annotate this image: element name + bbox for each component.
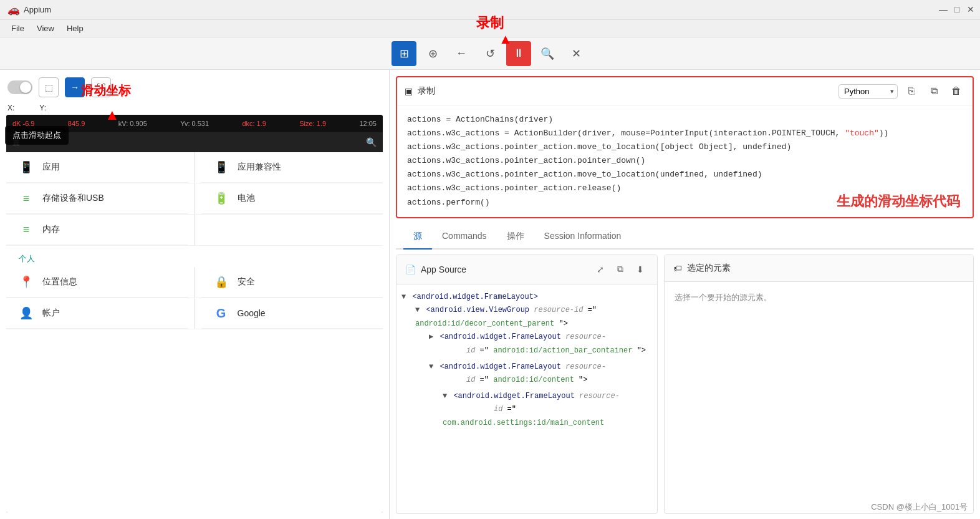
download-source-button[interactable]: ⬇ (632, 261, 648, 278)
code-line-6: actions.w3c_actions.pointer_action.relea… (407, 182, 963, 195)
google-label: Google (238, 308, 266, 318)
settings-item-compat[interactable]: 📱 应用兼容性 (201, 152, 383, 183)
app-source-header: 📄 App Source ⤢ ⧉ ⬇ (396, 255, 657, 284)
minimize-button[interactable]: — (939, 5, 948, 14)
device-controls: ⬚ → ⛶ (0, 70, 389, 101)
recording-actions: Python Java JavaScript Ruby C# ⎘ ⧉ 🗑 (838, 82, 965, 100)
divider-5 (195, 298, 195, 329)
device-search-icon[interactable]: 🔍 (366, 137, 377, 147)
tree-node-framelayout-actionbar[interactable]: ▶ <android.widget.FrameLayout resource- … (401, 331, 652, 357)
tree-arrow-1[interactable]: ▼ (401, 293, 406, 301)
settings-row-1: 📱 应用 📱 应用兼容性 (6, 152, 383, 183)
settings-row-5: 👤 帐户 G Google (6, 298, 383, 329)
close-toolbar-button[interactable]: ✕ (564, 41, 588, 66)
xy-coordinates: X: Y: (0, 101, 389, 115)
select-button[interactable]: ⬚ (39, 77, 59, 97)
tree-tag-1: <android.widget.FrameLayout> (412, 293, 538, 301)
selected-panel-icon: 🏷 (673, 263, 682, 273)
recording-icon: ▣ (405, 86, 413, 96)
copy-to-clipboard-button[interactable]: ⎘ (903, 82, 920, 100)
globe-button[interactable]: ⊕ (420, 41, 445, 66)
language-select[interactable]: Python Java JavaScript Ruby C# (838, 84, 898, 99)
code-line-7: actions.perform() (407, 196, 963, 210)
settings-item-accounts[interactable]: 👤 帐户 (6, 298, 188, 329)
click-start-tooltip: 点击滑动起点 (5, 126, 69, 145)
recording-area: ▣ 录制 Python Java JavaScript Ruby C# ⎘ (396, 76, 974, 218)
toggle-knob (20, 82, 31, 93)
settings-item-security[interactable]: 🔒 安全 (201, 267, 383, 298)
toggle-switch[interactable] (7, 80, 32, 94)
tree-arrow-4[interactable]: ▼ (429, 362, 433, 371)
language-selector-wrapper: Python Java JavaScript Ruby C# (838, 84, 898, 99)
tree-attr-close-2: "> (559, 319, 567, 328)
tree-attr-name-3: resource- (565, 332, 606, 341)
tree-arrow-2[interactable]: ▼ (415, 306, 420, 314)
copy-source-button[interactable]: ⧉ (612, 261, 628, 278)
maximize-button[interactable]: □ (953, 5, 961, 14)
tree-attr-name-4b: id =" android:id/content "> (429, 376, 587, 384)
settings-item-apps[interactable]: 📱 应用 (6, 152, 188, 183)
compat-label: 应用兼容性 (238, 162, 281, 173)
expand-button[interactable]: ⛶ (91, 77, 111, 97)
device-content: 📱 应用 📱 应用兼容性 (6, 152, 383, 513)
tab-actions[interactable]: 操作 (497, 225, 534, 250)
code-line-4: actions.w3c_actions.pointer_action.point… (407, 154, 963, 168)
device-screen[interactable]: dK -6.9 845.9 kV: 0.905 Yv: 0.531 dkc: 1… (6, 115, 383, 513)
pause-button[interactable]: ⏸ (506, 41, 531, 66)
tree-arrow-5[interactable]: ▼ (443, 392, 447, 400)
tree-attr-name-5: resource- (579, 392, 620, 400)
tree-node-framelayout-content[interactable]: ▼ <android.widget.FrameLayout resource- … (401, 361, 652, 387)
settings-item-location[interactable]: 📍 位置信息 (6, 267, 188, 298)
tree-arrow-3[interactable]: ▶ (429, 332, 433, 341)
accounts-label: 帐户 (42, 308, 60, 319)
tab-session-info[interactable]: Session Information (534, 225, 632, 250)
close-button[interactable]: ✕ (966, 5, 975, 14)
menu-file[interactable]: File (5, 22, 31, 34)
bottom-panels: 📄 App Source ⤢ ⧉ ⬇ ▼ <android.widget.Fra… (396, 255, 974, 519)
code-line-3: actions.w3c_actions.pointer_action.move_… (407, 140, 963, 154)
tab-commands[interactable]: Commands (432, 225, 497, 250)
section-personal: 个人 (6, 246, 383, 267)
search-button[interactable]: 🔍 (535, 41, 560, 66)
back-button[interactable]: ← (449, 41, 474, 66)
storage-label: 存储设备和USB (42, 193, 104, 204)
pointer-button[interactable]: → (65, 77, 85, 97)
memory-icon: ≡ (19, 222, 34, 237)
recording-label: 录制 (418, 85, 435, 97)
watermark: CSDN @楼上小白_1001号 (871, 502, 968, 513)
menu-help[interactable]: Help (60, 22, 90, 34)
grid-button[interactable]: ⊞ (392, 41, 416, 66)
refresh-button[interactable]: ↺ (478, 41, 502, 66)
status-center: 845.9 (68, 120, 85, 127)
settings-item-storage[interactable]: ≡ 存储设备和USB (6, 183, 188, 214)
app-source-panel: 📄 App Source ⤢ ⧉ ⬇ ▼ <android.widget.Fra… (396, 255, 658, 514)
tree-tag-5: <android.widget.FrameLayout (453, 392, 574, 400)
code-editor: actions = ActionChains(driver) actions.w… (397, 105, 973, 217)
tree-attr-close-3: "> (637, 346, 646, 355)
tree-node-framelayout-maincontent[interactable]: ▼ <android.widget.FrameLayout resource- … (401, 390, 652, 430)
title-bar: 🚗 Appium — □ ✕ (0, 0, 980, 20)
tree-node-framelayout-root[interactable]: ▼ <android.widget.FrameLayout> (401, 291, 652, 304)
selected-panel-header: 🏷 选定的元素 (665, 255, 973, 282)
tree-tag-3: <android.widget.FrameLayout (440, 332, 560, 341)
settings-row-2: ≡ 存储设备和USB 🔋 电池 (6, 183, 383, 215)
settings-item-battery[interactable]: 🔋 电池 (201, 183, 383, 214)
menu-view[interactable]: View (31, 22, 60, 34)
xml-tree[interactable]: ▼ <android.widget.FrameLayout> ▼ <androi… (396, 284, 657, 513)
expand-source-button[interactable]: ⤢ (592, 261, 608, 278)
delete-button[interactable]: 🗑 (948, 82, 965, 100)
settings-item-google[interactable]: G Google (201, 298, 383, 329)
app-source-actions: ⤢ ⧉ ⬇ (592, 261, 648, 278)
tree-tag-2: <android.view.ViewGroup (426, 306, 529, 314)
copy-button[interactable]: ⧉ (925, 82, 943, 100)
recording-header: ▣ 录制 Python Java JavaScript Ruby C# ⎘ (397, 77, 973, 105)
status-right2: Size: 1.9 (299, 120, 326, 127)
tree-attr-eq-2: =" (588, 306, 597, 314)
code-line-5: actions.w3c_actions.pointer_action.move_… (407, 168, 963, 182)
tab-source[interactable]: 源 (403, 225, 432, 250)
tree-tag-4: <android.widget.FrameLayout (440, 362, 560, 371)
tree-node-viewgroup[interactable]: ▼ <android.view.ViewGroup resource-id ="… (401, 304, 652, 331)
google-icon: G (214, 306, 229, 321)
tabs-bar: 源 Commands 操作 Session Information (396, 225, 974, 250)
settings-item-memory[interactable]: ≡ 内存 (6, 215, 188, 245)
